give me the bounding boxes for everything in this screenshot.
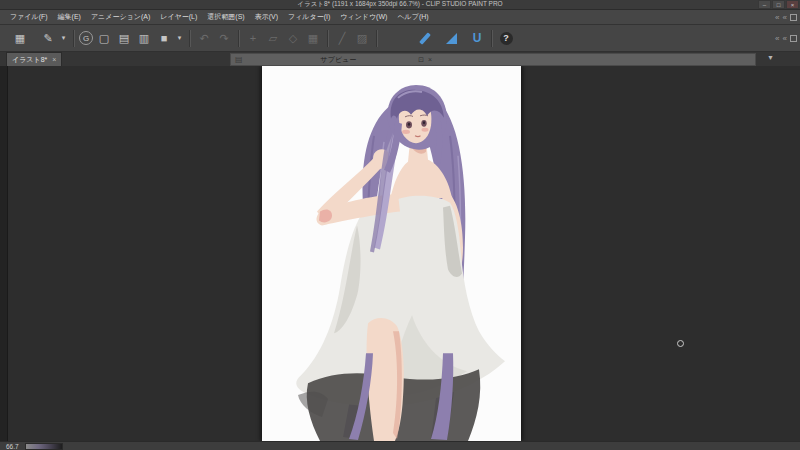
panel-menu-icon[interactable]: ▤ — [235, 55, 243, 64]
menu-edit[interactable]: 編集(E) — [53, 10, 86, 24]
menu-help[interactable]: ヘルプ(H) — [392, 10, 433, 24]
canvas-viewport[interactable] — [0, 66, 800, 441]
help-icon[interactable]: ? — [497, 29, 515, 47]
document-tab[interactable]: イラスト8* × — [6, 52, 62, 66]
grid-snap-icon[interactable]: ▦ — [304, 29, 322, 47]
collapse-left-icon[interactable]: « — [775, 34, 779, 43]
mesh-transform-icon[interactable]: ◇ — [284, 29, 302, 47]
command-bar: ▦ ✎ ▾ G ▢ ▤ ▥ ■ ▾ ↶ ↷ + ▱ ◇ ▦ ╱ ▨ U ? « … — [0, 25, 800, 52]
menu-window[interactable]: ウィンドウ(W) — [335, 10, 392, 24]
brush-dropdown-icon[interactable]: ▾ — [59, 29, 68, 47]
move-tool-icon[interactable]: + — [244, 29, 262, 47]
workspace-grid-icon[interactable]: ▦ — [11, 29, 29, 47]
save-file-icon[interactable]: ▥ — [135, 29, 153, 47]
shape-select-icon[interactable]: ■ — [155, 29, 173, 47]
subview-close-icon[interactable]: × — [428, 56, 432, 64]
subview-panel-buttons: ⊡ × — [418, 56, 432, 64]
title-bar: イラスト8* (1191 x 1684px 350dpi 66.7%) - CL… — [0, 0, 800, 10]
toolbar-right-controls: « « — [775, 25, 797, 51]
palette-dock-edge — [0, 66, 8, 441]
subview-popout-icon[interactable]: ⊡ — [418, 56, 424, 64]
subview-panel-title: サブビュー — [321, 55, 357, 65]
menu-view[interactable]: 表示(V) — [250, 10, 283, 24]
snap-grid-icon[interactable]: U — [468, 29, 486, 47]
dock-dropdown-icon[interactable]: ▼ — [767, 54, 774, 61]
menu-layer[interactable]: レイヤー(L) — [155, 10, 202, 24]
redo-icon[interactable]: ↷ — [215, 29, 233, 47]
menu-animation[interactable]: アニメーション(A) — [86, 10, 155, 24]
dock-box-icon[interactable] — [790, 35, 797, 42]
canvas-page[interactable] — [262, 66, 521, 441]
shape-dropdown-icon[interactable]: ▾ — [175, 29, 184, 47]
artwork-figure — [296, 85, 505, 441]
triangle-ruler-icon — [446, 33, 457, 44]
menu-filter[interactable]: フィルター(I) — [283, 10, 335, 24]
collapse-right-icon[interactable]: « — [783, 34, 787, 43]
pen-nib-shape-icon — [419, 32, 431, 44]
document-tab-bar: イラスト8* × ▤ サブビュー ⊡ × ▼ — [0, 52, 800, 66]
document-tab-label: イラスト8* — [12, 55, 47, 65]
collapse-left-icon[interactable]: « — [775, 13, 779, 22]
clip-studio-icon[interactable]: G — [79, 31, 93, 45]
menu-bar: ファイル(F) 編集(E) アニメーション(A) レイヤー(L) 選択範囲(S)… — [0, 10, 800, 25]
menu-selection[interactable]: 選択範囲(S) — [202, 10, 249, 24]
status-bar: 66.7 — [0, 441, 800, 450]
snap-special-ruler-icon[interactable] — [442, 29, 460, 47]
snap-ruler-icon[interactable] — [416, 29, 434, 47]
tab-close-icon[interactable]: × — [52, 56, 56, 63]
artwork-illustration — [262, 66, 521, 441]
toolbar-separator — [376, 30, 377, 47]
zoom-value: 66.7 — [0, 443, 23, 450]
question-mark-icon: ? — [500, 32, 513, 45]
canvas-cursor-marker — [677, 340, 684, 347]
collapse-right-icon[interactable]: « — [783, 13, 787, 22]
dock-box-icon[interactable] — [790, 14, 797, 21]
menu-file[interactable]: ファイル(F) — [5, 10, 53, 24]
maximize-button[interactable]: □ — [772, 0, 785, 9]
close-button[interactable]: × — [786, 0, 799, 9]
new-file-icon[interactable]: ▢ — [95, 29, 113, 47]
undo-icon[interactable]: ↶ — [195, 29, 213, 47]
open-file-icon[interactable]: ▤ — [115, 29, 133, 47]
menubar-right-controls: « « — [775, 10, 797, 24]
window-title: イラスト8* (1191 x 1684px 350dpi 66.7%) - CL… — [297, 0, 502, 9]
clear-icon[interactable]: ╱ — [333, 29, 351, 47]
navigator-thumbnail — [25, 443, 63, 450]
brush-tool-icon[interactable]: ✎ — [39, 29, 57, 47]
window-controls: – □ × — [758, 0, 799, 9]
fill-icon[interactable]: ▨ — [353, 29, 371, 47]
minimize-button[interactable]: – — [758, 0, 771, 9]
subview-panel-header: ▤ サブビュー ⊡ × — [230, 53, 756, 66]
transform-icon[interactable]: ▱ — [264, 29, 282, 47]
